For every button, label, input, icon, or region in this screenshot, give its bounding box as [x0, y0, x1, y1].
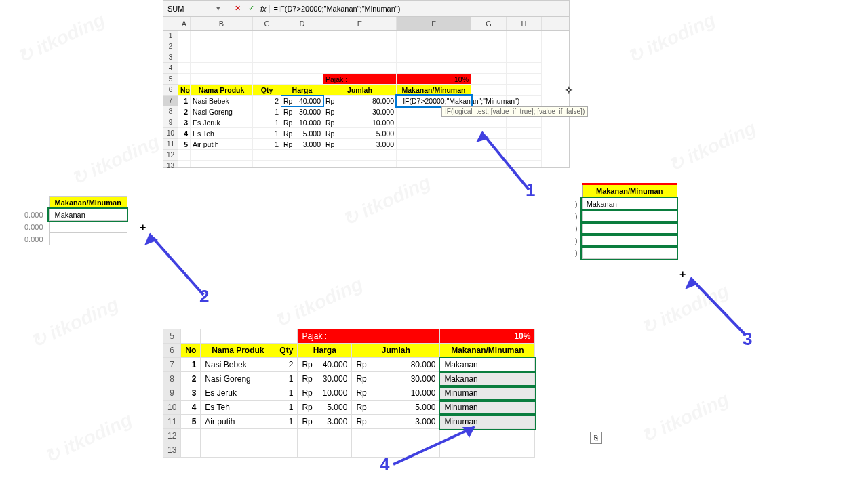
arrow-4	[387, 420, 488, 474]
row-headers: 1 2 3 4 5 6 7 8 9 10 11 12 13	[163, 30, 178, 167]
name-box[interactable]: SUM	[163, 3, 214, 14]
p4-pajak-label[interactable]: Pajak :	[298, 329, 440, 344]
svg-marker-3	[144, 234, 158, 245]
confirm-icon[interactable]: ✓	[244, 4, 258, 13]
name-box-dropdown[interactable]: ▾	[214, 4, 222, 13]
svg-line-6	[393, 427, 475, 464]
hdr-jumlah[interactable]: Jumlah	[323, 85, 397, 96]
col-header-h[interactable]: H	[507, 17, 542, 30]
formula-bar: SUM ▾ ✕ ✓ fx =IF(D7>20000;"Makanan";"Min…	[163, 1, 569, 17]
result-f9[interactable]: Minuman	[440, 386, 535, 401]
column-headers: A B C D E F G H	[163, 17, 569, 30]
col-header-b[interactable]: B	[191, 17, 253, 30]
hdr-qty[interactable]: Qty	[253, 85, 281, 96]
callout-3: 3	[743, 329, 752, 350]
hdr-no[interactable]: No	[178, 85, 191, 96]
svg-line-0	[481, 132, 529, 190]
cell-f7-editing[interactable]: =IF(D7>20000;"Makanan";"Minuman")	[397, 96, 471, 106]
cancel-icon[interactable]: ✕	[231, 4, 244, 13]
callout-4: 4	[380, 454, 389, 475]
col-header-c[interactable]: C	[253, 17, 281, 30]
autofill-options-icon[interactable]: ⎘	[590, 432, 602, 444]
p4-pajak-pct[interactable]: 10%	[440, 329, 535, 344]
pajak-label[interactable]: Pajak :	[323, 74, 397, 85]
result-f10[interactable]: Minuman	[440, 401, 535, 415]
panel-fill-drag: Makanan/Minuman )Makanan ) ) ) ) +	[571, 183, 677, 259]
crosshair-icon: ✧	[565, 85, 573, 96]
pajak-value[interactable]: 10%	[397, 74, 471, 85]
hdr-nama[interactable]: Nama Produk	[191, 85, 253, 96]
formula-input[interactable]: =IF(D7>20000;"Makanan";"Minuman")	[270, 3, 569, 14]
formula-tooltip: IF(logical_test; [value_if_true]; [value…	[441, 106, 588, 117]
callout-2: 2	[199, 286, 209, 307]
fx-icon[interactable]: fx	[258, 5, 270, 13]
svg-line-2	[149, 234, 203, 295]
col-header-g[interactable]: G	[471, 17, 507, 30]
cell-d7[interactable]: Rp40.000	[281, 96, 323, 106]
p3-header: Makanan/Minuman	[582, 184, 677, 198]
p3-first-cell[interactable]: Makanan	[582, 198, 677, 210]
col-header-d[interactable]: D	[281, 17, 323, 30]
mini-result-cell[interactable]: Makanan	[49, 209, 127, 221]
callout-1: 1	[526, 180, 535, 201]
col-header-e[interactable]: E	[323, 17, 397, 30]
col-header-a[interactable]: A	[178, 17, 191, 30]
svg-line-4	[690, 278, 746, 336]
col-header-f[interactable]: F	[397, 17, 471, 30]
result-f8[interactable]: Makanan	[440, 372, 535, 386]
panel-fill-start: Makanan/Minuman 0.000Makanan 0.000 0.000…	[19, 196, 127, 245]
hdr-harga[interactable]: Harga	[281, 85, 323, 96]
svg-marker-5	[685, 278, 698, 289]
mini-header: Makanan/Minuman	[49, 197, 127, 209]
result-f7[interactable]: Makanan	[440, 358, 535, 372]
hdr-mm[interactable]: Makanan/Minuman	[397, 85, 471, 96]
